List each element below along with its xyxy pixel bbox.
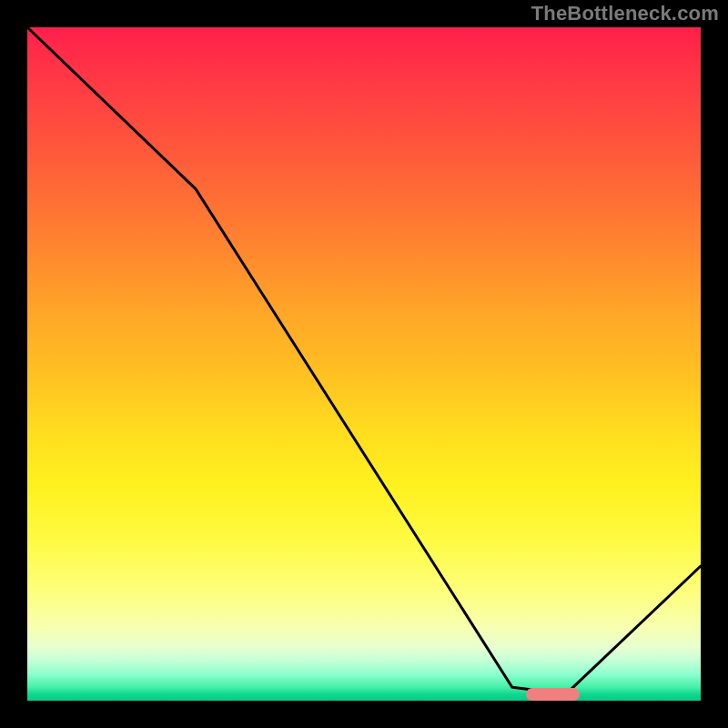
plot-area xyxy=(27,27,701,701)
curve-layer xyxy=(27,27,701,701)
chart-frame: TheBottleneck.com xyxy=(0,0,728,728)
watermark-text: TheBottleneck.com xyxy=(531,2,719,25)
bottleneck-curve xyxy=(27,27,701,694)
optimal-range-marker xyxy=(526,688,580,701)
